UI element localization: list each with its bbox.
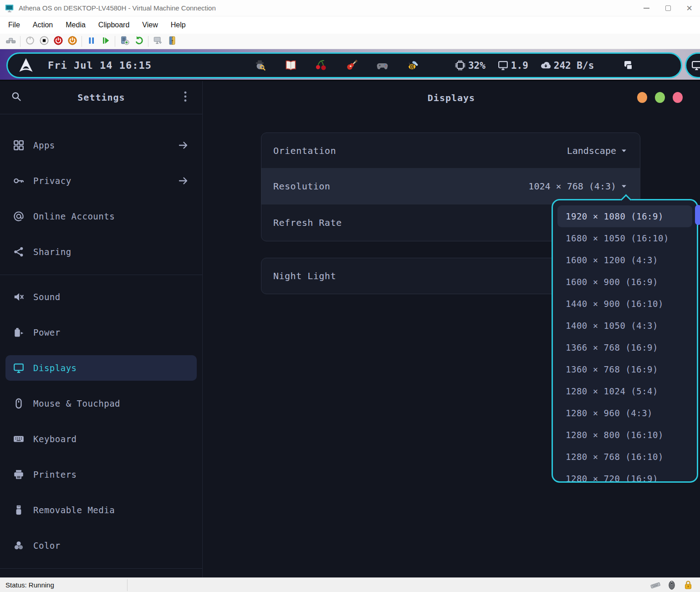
network-value: 242 B/s	[554, 60, 594, 71]
window-title: Athena OS on DESKTOP-LV4580H - Virtual M…	[19, 4, 216, 12]
bee-icon[interactable]	[407, 59, 419, 71]
sidebar-items: Apps Privacy Online Accounts	[0, 114, 202, 569]
revert-button[interactable]	[133, 35, 145, 47]
sidebar-header: Settings	[0, 81, 202, 114]
minimize-button[interactable]	[636, 0, 657, 16]
pause-button[interactable]	[85, 35, 97, 47]
resolution-option[interactable]: 1920 × 1080 (16:9)	[557, 205, 692, 227]
memory-value: 1.9	[511, 60, 528, 71]
shut-down-button[interactable]	[66, 35, 78, 47]
arrow-right-icon	[178, 140, 189, 151]
display-stat-icon	[497, 60, 509, 71]
status-separator	[127, 579, 128, 591]
chevron-down-icon	[620, 182, 628, 190]
ctrl-alt-del-button[interactable]	[5, 35, 17, 47]
memory-usage: 1.9	[497, 60, 528, 71]
resume-button[interactable]	[99, 35, 112, 47]
screen-icon[interactable]	[691, 60, 700, 71]
resolution-option[interactable]: 1280 × 800 (16:10)	[557, 424, 692, 446]
window-control-minimize[interactable]	[637, 92, 647, 103]
kebab-menu-icon[interactable]	[181, 90, 189, 103]
toolbar-separator	[115, 36, 115, 47]
orientation-dropdown[interactable]: Landscape	[567, 145, 628, 156]
sidebar-item-keyboard[interactable]: Keyboard	[5, 426, 197, 452]
controller-icon[interactable]	[376, 59, 388, 71]
resolution-option[interactable]: 1280 × 1024 (5:4)	[557, 380, 692, 402]
window-controls	[637, 92, 683, 103]
window-control-close[interactable]	[673, 92, 683, 103]
resolution-option[interactable]: 1600 × 900 (16:9)	[557, 271, 692, 293]
resolution-option[interactable]: 1280 × 768 (16:10)	[557, 446, 692, 468]
sidebar-item-label: Removable Media	[33, 505, 115, 515]
clock[interactable]: Fri Jul 14 16:15	[48, 60, 152, 71]
sidebar-item-displays[interactable]: Displays	[5, 355, 197, 381]
orientation-value: Landscape	[567, 145, 616, 156]
power-button[interactable]	[24, 35, 36, 47]
sidebar-item-label: Power	[33, 327, 61, 337]
chevron-down-icon	[620, 147, 628, 155]
resume-icon	[101, 36, 111, 47]
sidebar-item-label: Apps	[33, 140, 55, 150]
close-button[interactable]: ✕	[679, 0, 700, 16]
sidebar-item-online-accounts[interactable]: Online Accounts	[5, 204, 197, 229]
arrow-right-icon	[178, 175, 189, 186]
enhanced-session-button[interactable]	[152, 35, 164, 47]
stop-button[interactable]	[38, 35, 50, 47]
resolution-option[interactable]: 1400 × 1050 (4:3)	[557, 315, 692, 337]
resolution-option[interactable]: 1280 × 720 (16:9)	[557, 468, 692, 481]
menu-item-help[interactable]: Help	[164, 18, 192, 32]
settings-sidebar: Settings Apps Privacy	[0, 81, 203, 577]
mouse-icon	[13, 398, 25, 409]
title-bar: Athena OS on DESKTOP-LV4580H - Virtual M…	[0, 0, 700, 16]
sidebar-item-removable-media[interactable]: Removable Media	[5, 497, 197, 523]
menu-item-media[interactable]: Media	[59, 18, 92, 32]
turn-off-button[interactable]	[52, 35, 64, 47]
athena-logo-icon[interactable]	[18, 57, 34, 74]
checkpoint-button[interactable]	[118, 35, 131, 47]
window-control-maximize[interactable]	[655, 92, 665, 103]
menu-item-clipboard[interactable]: Clipboard	[92, 18, 136, 32]
sidebar-item-label: Keyboard	[33, 434, 77, 444]
toolbar-separator	[148, 36, 148, 47]
maximize-button[interactable]	[657, 0, 679, 16]
sidebar-item-sound[interactable]: Sound	[5, 284, 197, 310]
menu-item-action[interactable]: Action	[26, 18, 59, 32]
sidebar-item-label: Sharing	[33, 247, 72, 257]
power-icon	[25, 36, 35, 47]
resolution-option[interactable]: 1366 × 768 (16:9)	[557, 337, 692, 358]
resolution-option[interactable]: 1680 × 1050 (16:10)	[557, 227, 692, 249]
resolution-dropdown[interactable]: 1024 × 768 (4:3)	[528, 181, 628, 192]
status-mouse-icon	[666, 580, 677, 591]
vm-screen: Fri Jul 14 16:15 32% 1.9 242 B/s	[0, 49, 700, 577]
sidebar-item-color[interactable]: Color	[5, 533, 197, 558]
color-icon	[13, 540, 25, 551]
menu-item-view[interactable]: View	[136, 18, 164, 32]
tray-icons	[254, 59, 419, 71]
sidebar-item-mouse-touchpad[interactable]: Mouse & Touchpad	[5, 391, 197, 416]
sidebar-item-privacy[interactable]: Privacy	[5, 168, 197, 194]
sidebar-item-power[interactable]: Power	[5, 320, 197, 345]
share-icon	[13, 246, 25, 258]
workspaces-icon[interactable]	[622, 59, 634, 71]
pause-icon	[87, 36, 97, 47]
monitor-icon	[13, 362, 25, 374]
resolution-option[interactable]: 1360 × 768 (16:9)	[557, 358, 692, 380]
detective-icon[interactable]	[254, 59, 266, 71]
resolution-option[interactable]: 1440 × 900 (16:10)	[557, 293, 692, 315]
menu-item-file[interactable]: File	[2, 18, 26, 32]
status-icons	[650, 580, 700, 591]
book-icon[interactable]	[285, 59, 297, 71]
settings-zip-button[interactable]	[166, 35, 178, 47]
popup-scrollbar[interactable]	[695, 205, 700, 225]
settings-main: Displays Orientation Landscape	[203, 81, 700, 577]
sidebar-item-label: Color	[33, 541, 61, 551]
cherries-icon[interactable]	[315, 59, 327, 71]
sidebar-item-sharing[interactable]: Sharing	[5, 239, 197, 265]
guitar-icon[interactable]	[346, 59, 358, 71]
sidebar-item-printers[interactable]: Printers	[5, 462, 197, 487]
resolution-option[interactable]: 1600 × 1200 (4:3)	[557, 249, 692, 271]
resolution-option[interactable]: 1280 × 960 (4:3)	[557, 402, 692, 424]
sidebar-item-apps[interactable]: Apps	[5, 133, 197, 158]
cpu-value: 32%	[468, 60, 485, 71]
sidebar-item-label: Mouse & Touchpad	[33, 398, 120, 408]
